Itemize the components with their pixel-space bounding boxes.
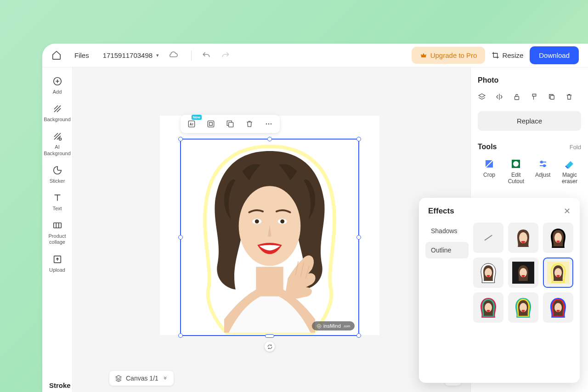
effect-multicolor-2[interactable] (508, 292, 538, 323)
effects-popup: Effects ✕ Shadows Outline (419, 198, 580, 383)
effect-none[interactable] (473, 223, 503, 253)
replace-button[interactable]: Replace (478, 111, 581, 131)
resize-handle-mb[interactable] (265, 334, 274, 338)
effects-tabs: Shadows Outline (425, 223, 469, 323)
fold-toggle[interactable]: Fold (570, 144, 581, 151)
effect-white-outline[interactable] (473, 258, 503, 288)
svg-point-1 (59, 138, 61, 140)
tool-crop[interactable]: Crop (478, 158, 501, 185)
tool-magic-eraser[interactable]: Magic eraser (558, 158, 581, 185)
tools-header: Tools Fold (478, 143, 581, 151)
sidebar-ai-background[interactable]: AI Background (44, 131, 71, 156)
svg-point-25 (543, 165, 545, 167)
duplicate-button[interactable] (223, 117, 237, 131)
sidebar-add-label: Add (44, 89, 71, 95)
download-button[interactable]: Download (530, 46, 579, 64)
effect-yellow-outline[interactable] (543, 258, 573, 288)
effect-black-outline[interactable] (543, 223, 573, 253)
effect-plain[interactable] (508, 223, 538, 253)
resize-label: Resize (502, 51, 523, 59)
svg-rect-20 (550, 95, 554, 99)
home-icon[interactable] (51, 50, 62, 61)
effect-multicolor-3[interactable] (543, 292, 573, 323)
adjust-tool-icon (537, 158, 548, 169)
frame-button[interactable] (204, 117, 218, 131)
tab-shadows[interactable]: Shadows (425, 223, 469, 239)
top-bar: Files 1715911703498 ▾ Upgrade to Pro Res (42, 44, 588, 67)
sidebar-sticker[interactable]: Sticker (44, 165, 71, 184)
delete-button[interactable] (242, 117, 257, 131)
canvas-area[interactable]: New (73, 67, 470, 392)
effect-dark[interactable] (508, 258, 538, 288)
panel-title-photo: Photo (478, 76, 581, 84)
sidebar-background[interactable]: Background (44, 103, 71, 123)
effects-body: Shadows Outline (419, 223, 580, 323)
upgrade-button[interactable]: Upgrade to Pro (412, 47, 486, 64)
app-window: Files 1715911703498 ▾ Upgrade to Pro Res (42, 44, 588, 392)
cloud-sync-icon[interactable] (168, 50, 178, 61)
sidebar-ai-background-label: AI Background (44, 144, 71, 156)
bottom-bar: Canvas 1/1 31 (109, 371, 461, 386)
plus-circle-icon (52, 76, 63, 87)
undo-button[interactable] (202, 51, 211, 60)
svg-point-14 (255, 219, 259, 224)
svg-rect-7 (229, 123, 233, 127)
stroke-section-title: Stroke (49, 381, 71, 389)
tool-adjust-label: Adjust (535, 172, 550, 179)
svg-point-10 (271, 123, 272, 125)
sidebar-upload[interactable]: Upload (44, 254, 71, 273)
resize-handle-tr[interactable] (356, 137, 361, 141)
files-menu[interactable]: Files (74, 51, 89, 59)
tool-cutout-label: Edit Cutout (504, 172, 527, 185)
ai-hatch-icon (52, 131, 63, 142)
svg-rect-5 (208, 121, 214, 127)
tool-adjust[interactable]: Adjust (531, 158, 554, 185)
svg-point-23 (513, 161, 519, 167)
tool-eraser-label: Magic eraser (558, 172, 581, 185)
main-area: Add Background AI Background Sticker Tex… (42, 67, 588, 392)
layers-icon[interactable] (478, 93, 486, 101)
resize-handle-bl[interactable] (178, 333, 183, 338)
sidebar-add[interactable]: Add (44, 76, 71, 95)
crop-tool-icon (484, 158, 495, 169)
resize-button[interactable]: Resize (492, 51, 523, 59)
svg-rect-19 (515, 96, 519, 100)
effect-multicolor-1[interactable] (473, 292, 503, 323)
svg-rect-6 (209, 123, 213, 126)
rotate-handle[interactable] (265, 342, 275, 352)
new-badge: New (192, 115, 202, 120)
tool-grid: Crop Edit Cutout Adjust Magic eraser (478, 158, 581, 185)
tab-outline[interactable]: Outline (425, 242, 469, 258)
sidebar-product-collage[interactable]: Product collage (44, 220, 71, 245)
opacity-icon[interactable] (530, 93, 538, 101)
crop-icon (492, 51, 499, 59)
filename-text: 1715911703498 (103, 51, 153, 59)
close-icon[interactable]: ✕ (564, 206, 571, 216)
resize-handle-mr[interactable] (356, 235, 361, 240)
selected-photo[interactable]: insMind.com (180, 139, 359, 336)
resize-handle-mt[interactable] (267, 137, 272, 141)
ai-tool-button[interactable]: New (184, 117, 199, 131)
selection-toolbar: New (181, 115, 280, 133)
resize-handle-br[interactable] (356, 333, 361, 338)
tool-edit-cutout[interactable]: Edit Cutout (504, 158, 527, 185)
sticker-icon (52, 165, 63, 176)
left-sidebar: Add Background AI Background Sticker Tex… (42, 67, 73, 392)
filename-dropdown[interactable]: 1715911703498 ▾ (103, 51, 159, 59)
resize-handle-ml[interactable] (178, 235, 183, 240)
lock-icon[interactable] (513, 93, 521, 101)
svg-point-8 (266, 123, 267, 125)
top-right-actions: Upgrade to Pro Resize Download (412, 46, 579, 64)
redo-button[interactable] (221, 51, 230, 60)
sidebar-text[interactable]: Text (44, 192, 71, 212)
canvas-pager[interactable]: Canvas 1/1 (109, 371, 174, 386)
flip-icon[interactable] (495, 93, 503, 101)
more-button[interactable] (261, 117, 276, 131)
person-illustration (181, 140, 358, 335)
svg-rect-2 (53, 223, 61, 228)
duplicate-icon[interactable] (548, 93, 556, 101)
svg-point-18 (318, 325, 320, 327)
trash-icon[interactable] (565, 93, 573, 101)
resize-handle-tl[interactable] (178, 137, 183, 141)
sidebar-upload-label: Upload (44, 267, 71, 273)
